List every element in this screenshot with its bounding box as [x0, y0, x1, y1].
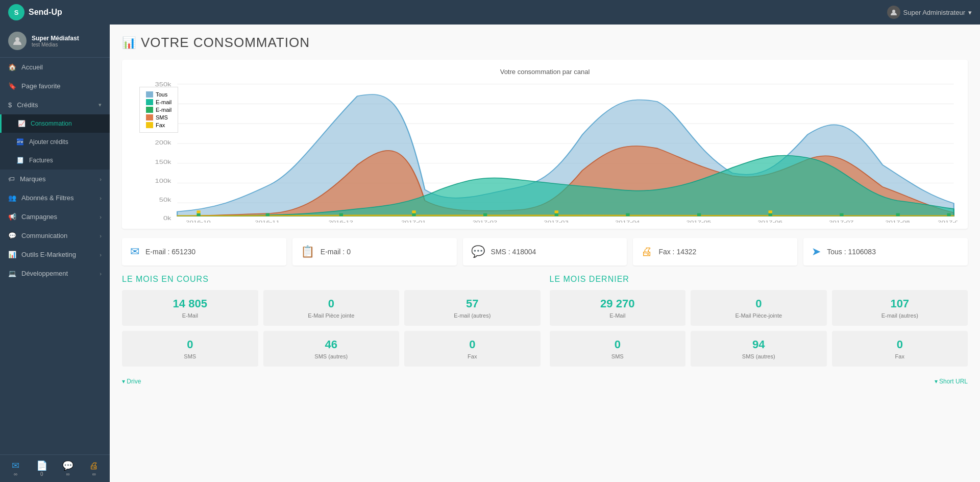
current-month-title: LE MOIS EN COURS — [122, 275, 541, 284]
chevron-right-icon: › — [100, 195, 102, 201]
sidebar-item-consommation[interactable]: 📈Consommation — [0, 114, 110, 133]
sidebar: Super Médiafast test Médias 🏠Accueil 🔖Pa… — [0, 25, 110, 482]
bar-chart-icon: 📊 — [122, 36, 136, 50]
last-email-val: 29 270 — [555, 297, 681, 310]
sms-stat-label: SMS : 418004 — [491, 248, 536, 256]
email-stat-label: E-mail : 651230 — [145, 248, 195, 256]
legend-swatch-sms — [146, 114, 153, 120]
legend-sms: SMS — [146, 114, 172, 120]
svg-rect-41 — [947, 213, 950, 216]
home-icon: 🏠 — [8, 63, 16, 71]
svg-text:2017-07: 2017-07 — [829, 220, 853, 223]
short-url-link[interactable]: ▾ Short URL — [935, 378, 968, 385]
email2-stat-label: E-mail : 0 — [321, 248, 351, 256]
footer-links: ▾ Drive ▾ Short URL — [122, 376, 968, 385]
atm-icon: 🏧 — [16, 138, 24, 146]
current-email-autres-card: 57 E-mail (autres) — [404, 290, 541, 326]
main-content: 📊 VOTRE CONSOMMATION Votre consommation … — [110, 25, 980, 482]
last-month-title: LE MOIS DERNIER — [550, 275, 968, 284]
svg-text:2017-06: 2017-06 — [757, 220, 782, 223]
svg-rect-42 — [197, 210, 200, 213]
last-email-autres-card: 107 E-mail (autres) — [832, 290, 968, 326]
sidebar-item-ajouter-credits[interactable]: 🏧Ajouter crédits — [0, 133, 110, 151]
svg-rect-45 — [769, 210, 772, 213]
footer-email2: 📄 0 — [30, 460, 53, 477]
last-month-grid: 29 270 E-Mail 0 E-Mail Pièce-jointe 107 … — [550, 290, 968, 367]
legend-swatch-email1 — [146, 99, 153, 105]
last-fax-label: Fax — [837, 353, 963, 359]
current-sms-autres-card: 46 SMS (autres) — [263, 331, 400, 367]
analytics-icon: 📊 — [8, 251, 16, 258]
svg-text:0k: 0k — [163, 215, 172, 222]
current-email-autres-val: 57 — [409, 297, 535, 310]
current-sms-autres-label: SMS (autres) — [268, 353, 395, 359]
email-icon: ✉ — [130, 245, 139, 258]
chart-legend: Tous E-mail E-mail SMS Fax — [139, 87, 178, 133]
chart-subtitle: Votre consommation par canal — [132, 68, 958, 76]
legend-swatch-tous — [146, 91, 153, 98]
last-email-autres-label: E-mail (autres) — [837, 312, 963, 319]
chevron-right-icon: › — [100, 271, 102, 277]
last-email-label: E-Mail — [555, 312, 681, 319]
profile-info: Super Médiafast test Médias — [32, 35, 79, 47]
receipt-icon: 🧾 — [16, 157, 24, 164]
sidebar-item-abonnes-filtres[interactable]: 👥Abonnés & Filtres › — [0, 188, 110, 207]
topnav-user[interactable]: Super Administrateur ▾ — [887, 6, 972, 19]
last-email-pj-val: 0 — [696, 297, 822, 310]
stat-card-sms: 💬 SMS : 418004 — [463, 238, 627, 266]
sidebar-item-campagnes[interactable]: 📢Campagnes › — [0, 207, 110, 226]
sidebar-item-marques[interactable]: 🏷Marques › — [0, 170, 110, 188]
last-email-pj-label: E-Mail Pièce-jointe — [696, 312, 822, 319]
sidebar-item-accueil[interactable]: 🏠Accueil — [0, 58, 110, 77]
brand: S Send-Up — [8, 4, 62, 20]
svg-text:2016-10: 2016-10 — [186, 220, 210, 223]
sidebar-profile: Super Médiafast test Médias — [0, 25, 110, 58]
last-sms-autres-val: 94 — [696, 338, 822, 351]
dollar-icon: $ — [8, 101, 12, 109]
topnav: S Send-Up Super Administrateur ▾ — [0, 0, 980, 25]
sms-footer-icon: 💬 — [62, 460, 74, 471]
last-sms-label: SMS — [555, 353, 681, 359]
svg-text:2017-01: 2017-01 — [401, 220, 426, 223]
doc-footer-val: 0 — [40, 471, 43, 477]
sidebar-footer: ✉ ∞ 📄 0 💬 ∞ 🖨 ∞ — [0, 454, 110, 482]
users-icon: 👥 — [8, 194, 16, 202]
stats-row: ✉ E-mail : 651230 📋 E-mail : 0 💬 SMS : 4… — [122, 238, 968, 266]
svg-text:2017-09: 2017-09 — [938, 220, 958, 223]
legend-swatch-fax — [146, 122, 153, 128]
sidebar-item-factures[interactable]: 🧾Factures — [0, 151, 110, 170]
svg-point-1 — [15, 37, 19, 41]
last-sms-autres-card: 94 SMS (autres) — [691, 331, 827, 367]
svg-text:200k: 200k — [155, 139, 172, 146]
sidebar-item-outils-emarketing[interactable]: 📊Outils E-Marketing › — [0, 245, 110, 264]
drive-link[interactable]: ▾ Drive — [122, 378, 141, 385]
svg-rect-34 — [483, 213, 487, 216]
last-fax-val: 0 — [837, 338, 963, 351]
chevron-right-icon: › — [100, 252, 102, 258]
last-month-section: LE MOIS DERNIER 29 270 E-Mail 0 E-Mail P… — [550, 275, 968, 367]
sidebar-item-credits[interactable]: $Crédits ▾ — [0, 95, 110, 114]
svg-rect-44 — [555, 210, 558, 213]
current-sms-label: SMS — [127, 353, 253, 359]
user-dropdown-icon[interactable]: ▾ — [968, 9, 972, 16]
svg-text:2017-08: 2017-08 — [885, 220, 910, 223]
svg-rect-33 — [412, 213, 415, 216]
sidebar-item-communication[interactable]: 💬Communication › — [0, 226, 110, 245]
sidebar-item-page-favorite[interactable]: 🔖Page favorite — [0, 77, 110, 95]
svg-rect-43 — [412, 210, 415, 213]
page-title-row: 📊 VOTRE CONSOMMATION — [122, 35, 968, 51]
current-sms-val: 0 — [127, 338, 253, 351]
fax-footer-val: ∞ — [92, 471, 96, 477]
sidebar-item-developpement[interactable]: 💻Développement › — [0, 264, 110, 283]
profile-name: Super Médiafast — [32, 35, 79, 42]
printer-icon: 🖨 — [641, 245, 652, 258]
stat-card-email2: 📋 E-mail : 0 — [292, 238, 457, 266]
chevron-right-icon: › — [100, 233, 102, 239]
user-icon — [887, 6, 900, 19]
stat-card-email: ✉ E-mail : 651230 — [122, 238, 286, 266]
svg-text:100k: 100k — [155, 178, 172, 184]
svg-rect-39 — [840, 213, 843, 216]
current-sms-autres-val: 46 — [268, 338, 395, 351]
fax-footer-icon: 🖨 — [89, 461, 99, 471]
chevron-down-icon: ▾ — [99, 102, 102, 108]
